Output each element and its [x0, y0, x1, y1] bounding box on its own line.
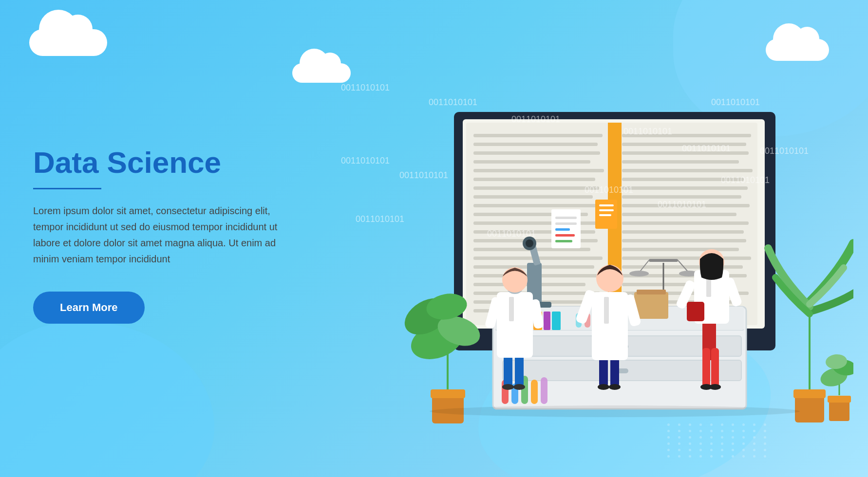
binary-4: 0011010101: [623, 127, 672, 137]
svg-rect-81: [555, 240, 572, 242]
svg-rect-10: [473, 178, 595, 181]
svg-rect-83: [599, 204, 614, 206]
svg-rect-129: [793, 389, 826, 398]
svg-rect-6: [473, 143, 598, 146]
svg-rect-32: [622, 186, 748, 190]
binary-2: 0011010101: [429, 97, 477, 108]
svg-rect-128: [795, 394, 824, 422]
svg-rect-37: [622, 230, 744, 234]
svg-rect-64: [637, 290, 666, 294]
svg-point-93: [502, 384, 514, 390]
svg-rect-11: [473, 186, 599, 190]
svg-rect-13: [473, 204, 601, 207]
svg-rect-96: [509, 297, 514, 321]
svg-rect-122: [431, 389, 465, 398]
binary-10: 0011010101: [356, 214, 404, 224]
illustration-svg: [391, 49, 853, 448]
svg-rect-95: [497, 292, 533, 358]
svg-rect-7: [473, 151, 600, 155]
svg-rect-119: [687, 302, 704, 321]
svg-point-114: [709, 384, 721, 390]
svg-rect-89: [531, 380, 538, 404]
svg-rect-80: [555, 234, 575, 237]
svg-rect-101: [599, 358, 608, 387]
svg-rect-39: [622, 248, 739, 251]
svg-rect-30: [622, 169, 753, 172]
binary-3: 0011010101: [511, 114, 560, 125]
page-title: Data Science: [33, 146, 286, 179]
binary-12: 0011010101: [711, 97, 760, 108]
hero-content: Data Science Lorem ipsum dolor sit amet,…: [33, 146, 286, 324]
svg-rect-111: [702, 348, 710, 387]
svg-rect-63: [634, 292, 668, 319]
svg-rect-29: [622, 160, 739, 164]
svg-point-69: [629, 271, 649, 276]
svg-point-75: [526, 239, 533, 247]
svg-rect-112: [711, 348, 719, 387]
svg-point-103: [598, 384, 609, 390]
svg-point-94: [513, 384, 525, 390]
svg-rect-58: [544, 312, 550, 330]
binary-11: 0011010101: [487, 229, 536, 239]
svg-rect-12: [473, 195, 593, 199]
svg-rect-15: [473, 221, 600, 225]
svg-rect-85: [599, 214, 611, 216]
svg-rect-5: [473, 134, 603, 137]
binary-6: 0011010101: [341, 156, 390, 166]
binary-7: 0011010101: [399, 170, 448, 181]
cloud-left-icon: [29, 29, 107, 56]
svg-rect-35: [622, 213, 736, 216]
binary-9: 0011010101: [658, 200, 706, 210]
svg-rect-78: [555, 222, 577, 225]
page-description: Lorem ipsum dolor sit amet, consectetur …: [33, 203, 286, 267]
svg-point-100: [502, 267, 528, 293]
svg-rect-132: [828, 396, 851, 403]
svg-rect-66: [649, 259, 678, 262]
svg-rect-91: [504, 355, 512, 387]
svg-rect-36: [622, 221, 749, 225]
title-underline: [33, 188, 101, 189]
cloud-center-icon: [292, 63, 351, 83]
blob-left: [0, 321, 214, 477]
learn-more-button[interactable]: Learn More: [33, 292, 145, 324]
svg-rect-40: [622, 257, 751, 260]
svg-rect-79: [555, 228, 570, 231]
svg-rect-59: [552, 312, 561, 330]
svg-point-137: [430, 405, 800, 417]
svg-rect-8: [473, 160, 590, 164]
background: 0011010101 0011010101 0011010101 0011010…: [0, 0, 868, 477]
svg-rect-77: [555, 217, 577, 219]
svg-rect-90: [541, 377, 547, 404]
binary-1: 0011010101: [341, 83, 390, 93]
cloud-right-icon: [766, 39, 829, 61]
binary-8: 0011010101: [585, 185, 633, 195]
binary-13: 0011010101: [760, 146, 809, 156]
binary-14: 0011010101: [721, 175, 770, 185]
svg-rect-102: [610, 358, 619, 387]
illustration-scene: [391, 49, 853, 448]
svg-rect-84: [599, 209, 614, 211]
svg-rect-92: [515, 355, 524, 387]
dots-pattern: for(let i=0;i<60;i++) document.write('<d…: [667, 423, 771, 458]
svg-rect-106: [604, 297, 609, 324]
svg-point-104: [609, 384, 621, 390]
svg-rect-38: [622, 239, 746, 242]
svg-rect-33: [622, 195, 741, 199]
svg-rect-105: [592, 292, 628, 360]
binary-5: 0011010101: [682, 144, 731, 154]
svg-rect-9: [473, 169, 604, 172]
